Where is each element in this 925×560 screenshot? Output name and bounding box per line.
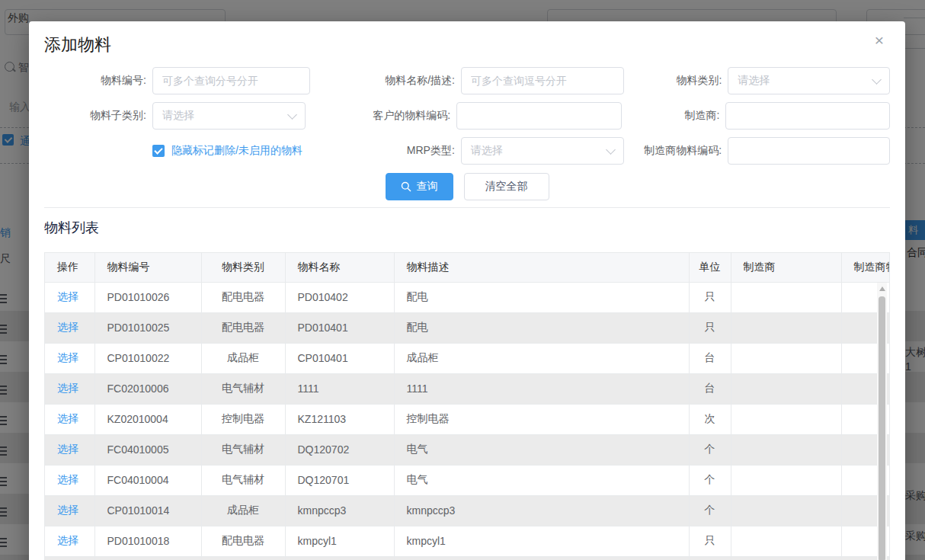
table-cell: 选择 (45, 434, 94, 465)
table-cell: 1111 (394, 373, 689, 404)
material-code-input-label: 物料编号: (44, 74, 152, 88)
material-code-input-group: 物料编号: (44, 67, 310, 94)
table-cell: 只 (689, 282, 731, 312)
select-row-link[interactable]: 选择 (57, 534, 78, 546)
table-cell: CP01010014 (94, 495, 201, 526)
table-cell: 配电电器 (201, 282, 285, 312)
table-cell: FC02010006 (94, 373, 201, 404)
table-cell (731, 282, 841, 312)
table-cell: 配电电器 (201, 526, 285, 556)
select-row-link[interactable]: 选择 (57, 504, 78, 516)
select-row-link[interactable]: 选择 (57, 351, 78, 363)
customer-material-code-input[interactable] (456, 102, 622, 130)
column-header: 物料名称 (285, 253, 394, 282)
table-cell: 电气辅材 (201, 373, 285, 404)
select-row-link[interactable]: 选择 (57, 382, 78, 394)
clear-all-button[interactable]: 清空全部 (464, 173, 549, 200)
table-cell: 选择 (45, 282, 94, 312)
query-button[interactable]: 查询 (386, 173, 453, 200)
scroll-up-arrow-icon[interactable] (879, 286, 885, 291)
add-material-dialog: 添加物料 × 物料编号:物料名称/描述:物料类别:请选择物料子类别:请选择客户的… (29, 21, 905, 560)
form-row: 隐藏标记删除/未启用的物料MRP类型:请选择制造商物料编码: (44, 137, 890, 165)
material-subcategory-select[interactable]: 请选择 (152, 102, 306, 130)
select-row-link[interactable]: 选择 (57, 290, 78, 302)
table-cell: KZ121103 (285, 404, 394, 434)
manufacturer-input-group: 制造商: (622, 102, 890, 130)
select-row-link[interactable]: 选择 (57, 321, 78, 333)
mrp-type-select-placeholder: 请选择 (471, 144, 503, 158)
query-button-label: 查询 (417, 180, 438, 194)
chevron-down-icon (287, 110, 297, 120)
customer-material-code-input-group: 客户的物料编码: (350, 102, 622, 130)
material-category-select[interactable]: 请选择 (728, 67, 890, 94)
hide-deleted-checkbox-label[interactable]: 隐藏标记删除/未启用的物料 (171, 144, 302, 158)
material-category-select-placeholder: 请选择 (738, 74, 770, 88)
select-row-link[interactable]: 选择 (57, 412, 78, 424)
table-cell: FC04010005 (94, 434, 201, 465)
table-cell: kmnpccp3 (394, 495, 689, 526)
manufacturer-material-code-input-group: 制造商物料编码: (624, 137, 890, 165)
form-buttons: 查询 清空全部 (44, 173, 890, 200)
table-scrollbar[interactable] (877, 283, 887, 560)
table-cell: PD010402 (285, 282, 394, 312)
dialog-title: 添加物料 (44, 34, 890, 56)
table-cell: 电气辅材 (201, 465, 285, 495)
table-cell (731, 465, 841, 495)
table-cell: 次 (689, 404, 731, 434)
table-cell: 台 (689, 343, 731, 373)
table-cell: 1111 (285, 373, 394, 404)
column-header: 制造商 (731, 253, 841, 282)
mrp-type-select[interactable]: 请选择 (461, 137, 624, 165)
manufacturer-input[interactable] (725, 102, 890, 130)
table-cell (731, 404, 841, 434)
table-cell: 只 (689, 526, 731, 556)
table-cell: 只 (689, 312, 731, 343)
table-cell: 控制电器 (201, 404, 285, 434)
table-cell (731, 312, 841, 343)
mrp-type-select-label: MRP类型: (354, 144, 461, 158)
column-header: 制造商物料编码 (841, 253, 890, 282)
material-name-desc-input-label: 物料名称/描述: (354, 74, 461, 88)
chevron-down-icon (606, 145, 616, 155)
material-subcategory-select-label: 物料子类别: (44, 109, 152, 123)
table-cell: 配电电器 (201, 312, 285, 343)
table-cell: 选择 (45, 404, 94, 434)
table-cell: PD010401 (285, 312, 394, 343)
table-cell (731, 343, 841, 373)
table-cell: CP01010022 (94, 343, 201, 373)
table-cell: 选择 (45, 373, 94, 404)
table-row: 选择CP01010014成品柜kmnpccp3kmnpccp3个 (45, 495, 890, 526)
material-table-wrap: 操作物料编号物料类别物料名称物料描述单位制造商制造商物料编码 选择PD01010… (44, 252, 890, 560)
select-row-link[interactable]: 选择 (57, 473, 78, 485)
table-cell (731, 434, 841, 465)
table-cell: CP010401 (285, 343, 394, 373)
table-cell: kmnpccp3 (285, 495, 394, 526)
table-cell: 电气 (394, 434, 689, 465)
list-title: 物料列表 (44, 219, 890, 237)
table-cell (731, 556, 841, 560)
search-icon (401, 181, 411, 192)
table-cell: DQ120702 (285, 434, 394, 465)
table-cell (394, 556, 689, 560)
material-code-input[interactable] (152, 67, 310, 94)
column-header: 单位 (689, 253, 731, 282)
scrollbar-thumb[interactable] (879, 296, 885, 560)
table-cell: PD01010018 (94, 526, 201, 556)
customer-material-code-input-label: 客户的物料编码: (350, 109, 456, 123)
hide-deleted-checkbox[interactable] (152, 145, 165, 157)
chevron-down-icon (872, 75, 882, 85)
material-subcategory-select-placeholder: 请选择 (162, 109, 194, 123)
select-row-link[interactable]: 选择 (57, 443, 78, 455)
manufacturer-input-label: 制造商: (622, 109, 725, 123)
material-table: 操作物料编号物料类别物料名称物料描述单位制造商制造商物料编码 选择PD01010… (45, 253, 890, 560)
table-cell: 台 (689, 373, 731, 404)
table-cell: PD01010025 (94, 312, 201, 343)
table-cell: 成品柜 (394, 343, 689, 373)
table-cell (731, 526, 841, 556)
table-cell: 选择 (45, 312, 94, 343)
manufacturer-material-code-input[interactable] (728, 137, 890, 165)
material-category-select-group: 物料类别:请选择 (624, 67, 890, 94)
close-icon[interactable]: × (875, 32, 884, 48)
table-cell: 成品柜 (201, 495, 285, 526)
material-name-desc-input[interactable] (461, 67, 624, 94)
